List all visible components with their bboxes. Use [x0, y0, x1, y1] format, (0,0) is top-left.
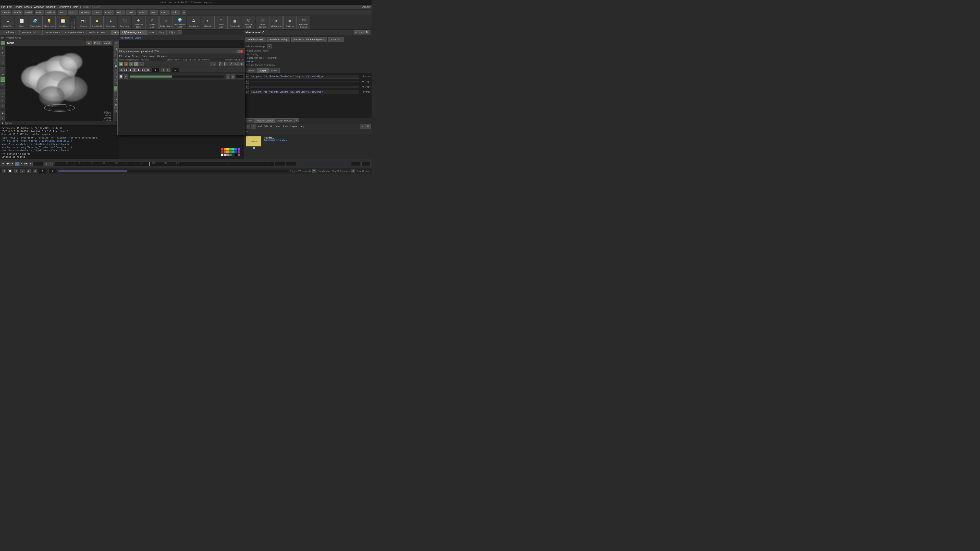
toolbar-add-btn[interactable]: +	[182, 11, 186, 14]
transform-tool[interactable]: ⬡	[0, 60, 5, 65]
handles-tool[interactable]: ⌖	[0, 99, 5, 103]
tl-step-back[interactable]: ◁	[44, 162, 48, 166]
swatch-red[interactable]	[221, 148, 223, 151]
shelf-distant-light[interactable]: ☀ Distant Light	[159, 16, 172, 29]
move-tool[interactable]: ✛	[0, 46, 5, 50]
center-path-cloud[interactable]: Roberto_Cloud	[125, 37, 141, 39]
menu-windows[interactable]: Windows	[34, 6, 44, 8]
toolbar-cons[interactable]: Cons...	[103, 11, 114, 14]
tl-prev[interactable]: ◀◀	[6, 162, 10, 166]
outputs-add-btn[interactable]: +	[251, 124, 256, 129]
close-composite-view[interactable]: ✕	[83, 32, 84, 34]
mantra-help-btn[interactable]: ?	[360, 30, 364, 35]
shelf-stereo-camera[interactable]: 🎥 Stereo Camera	[256, 16, 269, 29]
menu-file[interactable]: File	[1, 6, 5, 8]
swatch-dark-orange[interactable]	[224, 151, 226, 153]
mplay-tb-gain[interactable]: ⤢	[229, 62, 234, 66]
mplay-file[interactable]: File	[119, 55, 123, 57]
mantra-node[interactable]: mantra	[246, 136, 261, 146]
swatch-white[interactable]	[221, 154, 223, 156]
outputs-list-view[interactable]: ≡	[360, 124, 365, 129]
path-roberto-cloud[interactable]: Roberto_Cloud	[6, 37, 21, 39]
shelf-gi-light[interactable]: ✦ GI Light	[200, 16, 214, 29]
path-obj[interactable]: obj	[1, 37, 4, 39]
swatch-dark-purple[interactable]	[238, 151, 240, 153]
close-roberto-cloud[interactable]: ✕	[143, 32, 145, 34]
controls-btn[interactable]: Controls...	[328, 37, 344, 42]
toolbar-text[interactable]: Text...	[58, 11, 67, 14]
menu-redshift[interactable]: Redshift	[46, 6, 56, 8]
tab-geometry-spr[interactable]: Geometry Spr... ✕	[110, 30, 119, 35]
toolbar-create[interactable]: Create	[1, 11, 11, 14]
play-end-btn[interactable]: ⏭	[146, 68, 150, 72]
view-tool[interactable]: 👁	[0, 72, 5, 77]
play-prev-frame[interactable]: ◁	[161, 68, 165, 72]
play-back-btn[interactable]: ◀	[128, 68, 132, 72]
shelf-caustic-light[interactable]: ✧ Caustic Light	[215, 16, 228, 29]
outputs-close-btn[interactable]: ✕	[245, 124, 250, 129]
tab-asset-browser[interactable]: Asset Browser	[275, 118, 294, 123]
outputs-view-label[interactable]: View	[275, 125, 281, 127]
render-to-mplay-btn[interactable]: Render to MPlay	[267, 37, 290, 42]
status-icon-1[interactable]: ⚙	[2, 169, 6, 173]
shelf-spot-light[interactable]: ▲ Spot Light	[104, 16, 118, 29]
mplay-anim[interactable]: Anim	[142, 55, 147, 57]
script-code-2[interactable]	[250, 81, 360, 83]
mplay-render[interactable]: Render	[132, 55, 140, 57]
dop-tool[interactable]: ◉	[0, 111, 5, 115]
persp-btn[interactable]: Persp	[93, 41, 102, 45]
menu-render[interactable]: Render	[14, 6, 22, 8]
pose-tool[interactable]: ✦	[0, 103, 5, 108]
menu-renderman[interactable]: RenderMan	[57, 6, 71, 8]
status-icon-5[interactable]: ⏮	[27, 169, 30, 173]
tab-render-view[interactable]: Render View ✕	[42, 30, 62, 35]
status-icon-3[interactable]: ↺	[14, 169, 18, 173]
tab-mat[interactable]: /mat	[147, 30, 156, 35]
shelf-camera[interactable]: 📷 Camera	[76, 16, 90, 29]
play-frame-value[interactable]	[171, 68, 179, 72]
swatch-purple[interactable]	[238, 148, 240, 151]
snap-tool[interactable]: ⊕	[0, 67, 5, 72]
swatch-black[interactable]	[235, 154, 237, 156]
mplay-view[interactable]: View	[125, 55, 130, 57]
swatch-dark-green[interactable]	[229, 151, 232, 153]
status-icon-4[interactable]: ●	[21, 169, 24, 173]
tl-back[interactable]: ◀	[10, 162, 14, 166]
shelf-cloud-rig[interactable]: ☁ Cloud Rig	[1, 16, 14, 29]
mplay-tb-frame-num[interactable]: — 1	[210, 62, 216, 66]
mplay-next-anim[interactable]: ▷	[231, 75, 235, 79]
mplay-windows[interactable]: Windows	[157, 55, 167, 57]
swatch-orange[interactable]	[224, 148, 226, 151]
playhead[interactable]	[149, 162, 150, 166]
script-code-4[interactable]: hou.parm('/obj/Roberto_Cloud/cloud1/samp…	[250, 90, 360, 94]
tab-shop[interactable]: /shop	[156, 30, 167, 35]
mplay-minimize[interactable]: _	[237, 50, 240, 53]
render-to-disk-bg-btn[interactable]: Render to Disk in Background	[291, 37, 328, 42]
outputs-add-label[interactable]: Add	[257, 125, 262, 127]
toolbar-hair[interactable]: Hair...	[116, 11, 125, 14]
outputs-go-label[interactable]: Go	[269, 125, 274, 127]
swatch-cyan[interactable]	[232, 148, 234, 151]
swatch-dark-gray[interactable]	[229, 154, 232, 156]
mplay-tb-gamma[interactable]: 2.2	[234, 62, 239, 66]
play-pause-btn[interactable]: ⏸	[132, 68, 137, 72]
status-frame[interactable]	[39, 169, 46, 173]
swatch-blue[interactable]	[235, 148, 237, 151]
swatch-yellow[interactable]	[226, 148, 229, 151]
tl-step-fwd[interactable]: ▷	[48, 162, 52, 166]
swatch-dark-red[interactable]	[221, 151, 223, 153]
play-start-btn[interactable]: ⏮	[119, 68, 123, 72]
shelf-cloud-light[interactable]: 💡 Cloud Light	[42, 16, 56, 29]
tab-composite-view[interactable]: Composite View ✕	[63, 30, 87, 35]
toolbar-modify[interactable]: Modify	[13, 11, 22, 14]
tab-motion-fx[interactable]: Motion FX View ✕	[87, 30, 110, 35]
script-run-2[interactable]: ▶	[245, 79, 249, 84]
shelf-gamepad-camera[interactable]: 🎮 Gamepad Camera	[297, 16, 310, 29]
mplay-tb-settings[interactable]: C	[139, 62, 144, 66]
viewport[interactable]: Cloud 🔒 Persp cam1	[6, 40, 113, 121]
play-prev-btn[interactable]: ◀◀	[123, 68, 127, 72]
toolbar-model[interactable]: Model	[24, 11, 33, 14]
menu-assets[interactable]: Assets	[24, 6, 32, 8]
script-code-1[interactable]: hou.parm('/obj/Roberto_Cloud/cloud1/samp…	[250, 75, 360, 79]
shelf-cloud-noise[interactable]: 🌊 Cloud Noise	[29, 16, 42, 29]
